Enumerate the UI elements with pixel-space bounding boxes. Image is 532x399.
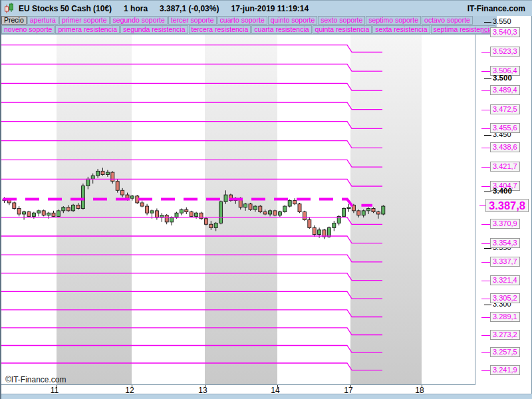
level-tick: [481, 90, 490, 91]
price-axis[interactable]: 3.5503.4503.3503.3003.540,33.523,33.506,…: [475, 16, 532, 394]
time-axis-label: 14: [271, 386, 279, 395]
level-tick: [481, 52, 490, 53]
level-price-label: 3.273,2: [490, 330, 520, 340]
level-price-label: 3.321,4: [490, 275, 520, 285]
level-price-label: 3.305,2: [490, 293, 520, 303]
level-price-label: 3.337,7: [490, 257, 520, 267]
level-price-label: 3.289,1: [490, 312, 520, 322]
last-price-change: 3.387,1 (-0,03%): [160, 4, 219, 13]
level-price-label: 3.438,6: [490, 142, 520, 152]
indicator-tab-tercer-soporte[interactable]: tercer soporte: [168, 16, 217, 25]
time-axis-label: 13: [198, 386, 207, 395]
level-tick: [481, 224, 490, 225]
time-axis-label: 18: [415, 386, 424, 395]
brand-logo: IT-Finance.com: [467, 4, 525, 13]
indicator-tab-quinta-resistencia[interactable]: quinta resistencia: [313, 25, 372, 34]
price-tick: [484, 192, 491, 192]
title-bar: EU Stocks 50 Cash (10€) 1 hora 3.387,1 (…: [1, 0, 532, 16]
price-tick: [484, 78, 491, 79]
level-tick: [481, 186, 490, 187]
chart-plot-area[interactable]: [1, 35, 475, 385]
level-tick: [481, 317, 490, 318]
level-price-label: 3.455,6: [490, 123, 520, 133]
indicator-tab-band: Precioaperturaprimer soportesegundo sopo…: [1, 16, 532, 35]
indicator-tab-primera-resistencia[interactable]: primera resistencia: [55, 25, 120, 34]
candlestick-icon: [4, 3, 15, 14]
level-tick: [481, 335, 490, 336]
level-tick: [481, 33, 490, 33]
instrument-name: EU Stocks 50 Cash (10€): [19, 4, 112, 13]
level-tick: [481, 128, 490, 129]
indicator-tab-segundo-soporte[interactable]: segundo soporte: [110, 16, 168, 25]
price-tick: [484, 22, 491, 23]
timeframe-label: 1 hora: [124, 4, 148, 13]
level-tick: [481, 370, 490, 371]
time-axis-label: 12: [125, 386, 134, 395]
price-tick: [484, 305, 491, 305]
indicator-tab-precio[interactable]: Precio: [1, 16, 27, 25]
level-tick: [481, 299, 490, 299]
indicator-tab-row-2: noveno soporteprimera resistenciasegunda…: [1, 25, 496, 34]
indicator-tab-octavo-soporte[interactable]: octavo soporte: [422, 16, 473, 25]
time-axis-label: 17: [344, 386, 352, 395]
price-axis-label: 3.550: [493, 17, 511, 25]
indicator-tab-apertura[interactable]: apertura: [27, 16, 59, 25]
indicator-tab-cuarta-resistencia[interactable]: cuarta resistencia: [251, 25, 311, 34]
price-tick: [484, 135, 491, 136]
chart-window: EU Stocks 50 Cash (10€) 1 hora 3.387,1 (…: [0, 0, 532, 399]
level-tick: [481, 110, 490, 110]
level-tick: [481, 262, 490, 263]
indicator-tab-segunda-resistencia[interactable]: segunda resistencia: [120, 25, 188, 34]
level-price-label: 3.354,3: [490, 238, 520, 248]
current-price-label: 3.387,8: [485, 199, 529, 212]
indicator-tab-quinto-soporte[interactable]: quinto soporte: [268, 16, 318, 25]
level-price-label: 3.241,9: [490, 365, 520, 375]
level-tick: [481, 281, 490, 281]
indicator-tab-cuarto-soporte[interactable]: cuarto soporte: [217, 16, 267, 25]
level-price-label: 3.421,7: [490, 162, 520, 172]
time-axis[interactable]: 111213141718: [1, 385, 531, 394]
level-tick: [481, 243, 490, 244]
time-axis-label: 11: [51, 386, 59, 395]
price-tick: [484, 248, 491, 249]
price-axis-label: 3.500: [493, 74, 512, 82]
price-axis-label: 3.400: [493, 187, 512, 195]
level-price-label: 3.257,5: [490, 347, 520, 357]
indicator-tab-row-1: Precioaperturaprimer soportesegundo sopo…: [1, 16, 473, 25]
watermark: ©IT-Finance.com: [5, 375, 66, 384]
quote-timestamp: 17-jun-2019 11:19:14: [231, 4, 309, 13]
indicator-tab-tercera-resistencia[interactable]: tercera resistencia: [189, 25, 251, 34]
indicator-tab-sexto-soporte[interactable]: sexto soporte: [318, 16, 365, 25]
level-tick: [481, 71, 490, 72]
level-price-label: 3.370,9: [490, 219, 520, 229]
level-tick: [481, 167, 490, 168]
level-price-label: 3.523,3: [490, 47, 520, 57]
indicator-tab-septimo-soporte[interactable]: septimo soporte: [366, 16, 421, 25]
indicator-tab-sexta-resistencia[interactable]: sexta resistencia: [372, 25, 430, 34]
indicator-tab-primer-soporte[interactable]: primer soporte: [59, 16, 110, 25]
price-chart-canvas[interactable]: [1, 35, 475, 384]
level-tick: [481, 352, 490, 353]
indicator-tab-noveno-soporte[interactable]: noveno soporte: [1, 25, 55, 34]
level-price-label: 3.472,5: [490, 104, 520, 114]
level-price-label: 3.489,4: [490, 85, 520, 95]
level-price-label: 3.540,3: [490, 27, 520, 37]
level-tick: [481, 148, 490, 148]
